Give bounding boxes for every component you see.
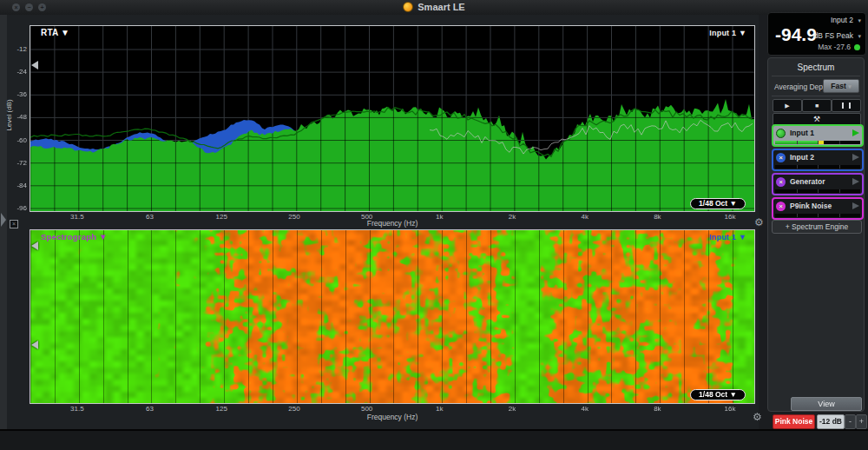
app-logo-icon xyxy=(403,2,413,12)
smaart-le-window: × − + Smaart LE Level (dB) RTA ▼ Input 1… xyxy=(0,0,868,450)
spectrograph-x-tick: 1k xyxy=(424,405,454,413)
input-label: Generator xyxy=(790,177,852,186)
rta-y-tick: -36 xyxy=(8,90,27,98)
play-arrow-icon[interactable] xyxy=(852,129,859,136)
rta-input-selector[interactable]: Input 1 ▼ xyxy=(660,29,746,37)
rta-x-tick: 8k xyxy=(642,213,672,221)
stop-button[interactable]: ■ xyxy=(802,99,832,112)
spectrograph-x-tick: 500 xyxy=(352,405,382,413)
pause-button[interactable] xyxy=(832,99,861,112)
rta-x-tick: 500 xyxy=(352,213,382,221)
input-label: Input 2 xyxy=(790,153,852,162)
rta-x-tick: 4k xyxy=(570,213,600,221)
spectrograph-frame xyxy=(30,229,755,404)
meter-unit-selector[interactable]: dB FS Peak xyxy=(814,31,853,40)
rta-x-tick: 63 xyxy=(135,213,165,221)
spectrograph-input-selector[interactable]: Input 1 ▼ xyxy=(660,233,746,242)
rta-settings-gear-icon[interactable]: ⚙ xyxy=(754,217,764,228)
source-mute-icon[interactable]: × xyxy=(776,177,786,187)
chevron-down-icon: ▾ xyxy=(858,33,861,40)
rta-banding-selector[interactable]: 1/48 Oct ▼ xyxy=(690,198,746,209)
rta-y-tick: -48 xyxy=(8,113,27,121)
rta-y-tick: -72 xyxy=(8,159,27,167)
rta-x-tick: 250 xyxy=(279,213,309,221)
rta-plot-frame xyxy=(30,25,755,212)
spectrograph-plot[interactable] xyxy=(30,230,754,403)
rta-y-tick: -60 xyxy=(8,136,27,144)
rta-x-tick: 31.5 xyxy=(62,213,92,221)
left-drawer-strip xyxy=(0,15,7,429)
meter-source-selector[interactable]: Input 2 xyxy=(831,16,853,24)
spectrograph-settings-gear-icon[interactable]: ⚙ xyxy=(753,412,762,422)
spectrograph-x-axis-title: Frequency (Hz) xyxy=(340,413,444,421)
meter-value: -94.9 xyxy=(775,24,817,45)
view-button[interactable]: View xyxy=(791,397,862,411)
averaging-depth-select[interactable]: Fast ▾ xyxy=(823,79,859,93)
panel-title: Spectrum xyxy=(768,63,864,72)
play-arrow-icon[interactable] xyxy=(852,178,859,185)
input-row-generator[interactable]: ×Generator xyxy=(772,173,864,195)
input-label: P9ink Noise xyxy=(790,202,852,210)
source-mute-icon[interactable]: × xyxy=(776,153,786,162)
signal-present-dot xyxy=(854,44,860,50)
spectrograph-x-tick: 2k xyxy=(497,405,527,413)
input-label: Input 1 xyxy=(790,129,852,137)
input-row-input-2[interactable]: ×Input 2 xyxy=(772,149,864,171)
pink-noise-button[interactable]: Pink Noise xyxy=(773,414,815,429)
rta-x-tick: 16k xyxy=(715,213,745,221)
spectrograph-x-tick: 4k xyxy=(570,405,600,413)
rta-x-tick: 125 xyxy=(207,213,236,221)
rta-y-tick: -24 xyxy=(8,68,27,76)
input-row-input-1[interactable]: Input 1 xyxy=(772,124,864,147)
bottom-toolbar: Data BarCaptureCapture AllReset AvgSpect… xyxy=(0,429,868,450)
rta-type-selector[interactable]: RTA ▼ xyxy=(41,28,69,37)
play-button[interactable]: ▶ xyxy=(773,99,802,112)
generator-level-up-button[interactable]: + xyxy=(856,414,867,429)
window-title: Smaart LE xyxy=(0,2,868,12)
pane-collapse-icon[interactable]: × xyxy=(10,220,18,228)
rta-y-tick: -96 xyxy=(8,204,27,212)
spectrograph-type-selector[interactable]: Spectrograph ▼ xyxy=(41,232,108,242)
rta-plot[interactable] xyxy=(30,26,754,211)
spectrograph-range-marker[interactable] xyxy=(31,341,38,349)
spectrograph-x-tick: 31.5 xyxy=(62,405,92,413)
rta-y-tick: -12 xyxy=(8,45,27,53)
input-level-meter xyxy=(775,189,860,193)
rta-x-tick: 2k xyxy=(497,213,527,221)
chevron-down-icon: ▾ xyxy=(858,17,861,24)
meter-max-readout: Max -27.6 xyxy=(818,43,851,51)
add-spectrum-engine-button[interactable]: + Spectrum Engine xyxy=(772,220,862,234)
spectrograph-x-tick: 250 xyxy=(279,405,309,413)
input-row-p9ink-noise[interactable]: ×P9ink Noise xyxy=(772,197,864,220)
source-active-icon xyxy=(776,129,786,138)
spectrograph-banding-selector[interactable]: 1/48 Oct ▼ xyxy=(690,389,746,400)
input-level-meter xyxy=(775,141,860,144)
input-level-meter xyxy=(775,165,860,169)
spectrograph-x-tick: 63 xyxy=(135,405,165,413)
spectrograph-x-tick: 16k xyxy=(715,405,745,413)
generator-level-down-button[interactable]: - xyxy=(845,414,856,429)
rta-level-cursor-marker[interactable] xyxy=(31,61,38,69)
play-arrow-icon[interactable] xyxy=(852,154,859,161)
title-bar: × − + Smaart LE xyxy=(0,0,868,16)
source-mute-icon[interactable]: × xyxy=(776,202,786,211)
spectrograph-x-tick: 8k xyxy=(642,405,672,413)
input-level-meter xyxy=(775,214,860,217)
generator-level-display: -12 dB xyxy=(817,414,845,429)
rta-x-tick: 1k xyxy=(424,213,454,221)
spectrum-engine-panel: Spectrum Averaging Depth: Fast ▾ ▶ ■ ⚒ I… xyxy=(767,57,865,412)
spectrograph-x-tick: 125 xyxy=(207,405,236,413)
level-meter-panel: Input 2 ▾ -94.9 dB FS Peak ▾ Max -27.6 xyxy=(767,12,866,56)
rta-y-tick: -84 xyxy=(8,182,27,189)
play-arrow-icon[interactable] xyxy=(852,202,859,209)
drawer-handle-icon[interactable] xyxy=(1,213,6,227)
spectrograph-top-marker[interactable] xyxy=(31,242,38,250)
